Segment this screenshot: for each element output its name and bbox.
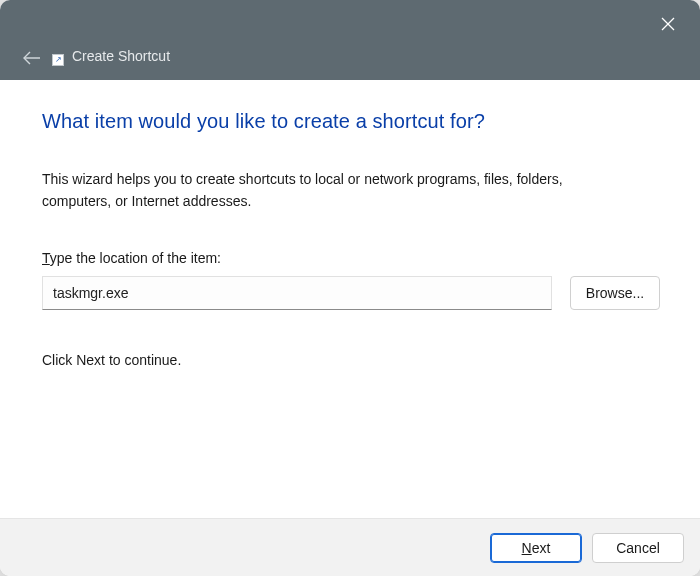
location-input[interactable] bbox=[42, 276, 552, 310]
window-title: Create Shortcut bbox=[72, 48, 170, 64]
wizard-description: This wizard helps you to create shortcut… bbox=[42, 169, 622, 212]
next-accel: N bbox=[522, 540, 532, 556]
next-rest: ext bbox=[532, 540, 551, 556]
create-shortcut-window: Create Shortcut What item would you like… bbox=[0, 0, 700, 576]
back-arrow-icon bbox=[22, 50, 42, 66]
location-label: Type the location of the item: bbox=[42, 250, 660, 266]
location-row: Browse... bbox=[42, 276, 660, 310]
continue-instruction: Click Next to continue. bbox=[42, 352, 660, 368]
shortcut-overlay-icon bbox=[52, 54, 64, 66]
next-button[interactable]: Next bbox=[490, 533, 582, 563]
location-label-rest: ype the location of the item: bbox=[50, 250, 221, 266]
footer-bar: Next Cancel bbox=[0, 518, 700, 576]
close-icon bbox=[661, 17, 675, 31]
location-label-accel: T bbox=[42, 250, 50, 266]
close-button[interactable] bbox=[654, 10, 682, 38]
titlebar: Create Shortcut bbox=[0, 0, 700, 80]
content-area: What item would you like to create a sho… bbox=[0, 80, 700, 518]
cancel-button[interactable]: Cancel bbox=[592, 533, 684, 563]
browse-button[interactable]: Browse... bbox=[570, 276, 660, 310]
page-heading: What item would you like to create a sho… bbox=[42, 110, 660, 133]
back-button[interactable] bbox=[18, 44, 46, 72]
